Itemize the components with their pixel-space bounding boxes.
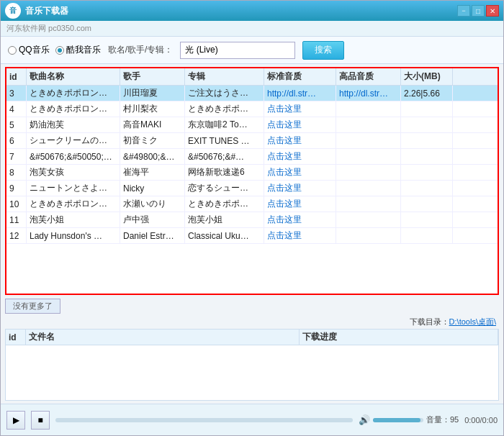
search-label: 歌名/歌手/专辑： xyxy=(108,44,174,56)
download-dir-bar: 下载目录： D:\tools\桌面\ xyxy=(1,315,503,329)
table-cell[interactable]: 点击这里 xyxy=(264,149,336,164)
radio-kuwo-circle xyxy=(55,46,64,55)
table-row[interactable]: 9ニュートンとさよ…Nicky恋するシュー…点击这里 xyxy=(6,181,498,196)
table-cell: ご注文はうさ… xyxy=(185,86,264,101)
table-row[interactable]: 11泡芙小姐卢中强泡芙小姐点击这里 xyxy=(6,212,498,228)
volume-icon: 🔊 xyxy=(359,414,370,425)
table-cell xyxy=(336,212,401,227)
table-cell: 泡芙小姐 xyxy=(27,212,120,227)
watermark-bar: 河东软件网 pc0350.com xyxy=(1,21,503,37)
table-cell: ときめきポポ… xyxy=(185,196,264,212)
table-cell[interactable]: 点击这里 xyxy=(264,228,336,243)
download-dir-label: 下载目录： xyxy=(410,317,449,327)
table-cell[interactable]: http://dl.str… xyxy=(264,86,336,101)
table-cell: 泡芙女孩 xyxy=(27,165,120,180)
table-cell: &#50676;&#50050;… xyxy=(27,149,120,164)
table-cell xyxy=(336,101,401,117)
table-row[interactable]: 8泡芙女孩崔海平网络新歌速递6点击这里 xyxy=(6,165,498,181)
table-cell: 6 xyxy=(6,133,27,148)
table-cell: 4 xyxy=(6,101,27,117)
radio-qq[interactable]: QQ音乐 xyxy=(8,44,50,56)
table-cell: Nicky xyxy=(120,181,185,196)
table-cell: ニュートンとさよ… xyxy=(27,181,120,196)
radio-kuwo[interactable]: 酷我音乐 xyxy=(55,44,101,56)
table-row[interactable]: 10ときめきポポロン…水瀬いのりときめきポポ…点击这里 xyxy=(6,196,498,212)
minimize-button[interactable]: － xyxy=(457,5,470,17)
table-cell: 9 xyxy=(6,181,27,196)
more-button[interactable]: 没有更多了 xyxy=(5,299,60,314)
main-window: 音 音乐下载器 － □ ✕ 河东软件网 pc0350.com QQ音乐 酷我音乐… xyxy=(0,0,504,436)
table-cell[interactable]: 点击这里 xyxy=(264,117,336,132)
table-cell xyxy=(336,181,401,196)
window-title: 音乐下载器 xyxy=(25,5,68,17)
table-cell: 川田瑠夏 xyxy=(120,86,185,101)
table-cell xyxy=(401,228,453,243)
table-cell xyxy=(401,101,453,117)
download-dir-path[interactable]: D:\tools\桌面\ xyxy=(449,317,496,327)
play-icon: ▶ xyxy=(13,415,19,425)
table-cell: ときめきポポロン… xyxy=(27,86,120,101)
table-cell: 2.26|5.66 xyxy=(401,86,453,101)
table-header: id 歌曲名称 歌手 专辑 标准音质 高品音质 大小(MB) xyxy=(6,68,498,86)
table-cell: 7 xyxy=(6,149,27,164)
table-cell[interactable]: 点击这里 xyxy=(264,101,336,117)
volume-label: 音量：95 xyxy=(426,414,459,425)
table-cell: ときめきポポ… xyxy=(185,101,264,117)
table-cell xyxy=(336,196,401,212)
table-cell[interactable]: 点击这里 xyxy=(264,133,336,148)
dth-filename: 文件名 xyxy=(26,330,300,345)
table-cell xyxy=(401,212,453,227)
table-cell[interactable]: 点击这里 xyxy=(264,181,336,196)
table-body: 3ときめきポポロン…川田瑠夏ご注文はうさ…http://dl.str…http:… xyxy=(6,86,498,294)
table-cell[interactable]: 点击这里 xyxy=(264,165,336,180)
download-section: id 文件名 下载进度 xyxy=(5,329,499,401)
table-cell: 卢中强 xyxy=(120,212,185,227)
table-cell xyxy=(401,165,453,180)
results-table-section: id 歌曲名称 歌手 专辑 标准音质 高品音质 大小(MB) 3ときめきポポロン… xyxy=(5,67,499,295)
th-artist: 歌手 xyxy=(120,68,185,85)
table-cell: 12 xyxy=(6,228,27,243)
table-row[interactable]: 3ときめきポポロン…川田瑠夏ご注文はうさ…http://dl.str…http:… xyxy=(6,86,498,101)
download-body xyxy=(6,345,498,400)
table-cell: シュークリームの… xyxy=(27,133,120,148)
more-btn-bar: 没有更多了 xyxy=(1,296,503,315)
table-cell: 水瀬いのり xyxy=(120,196,185,212)
volume-label-text: 音量： xyxy=(426,415,450,424)
table-cell[interactable]: 点击这里 xyxy=(264,196,336,212)
table-cell: EXIT TUNES … xyxy=(185,133,264,148)
th-id: id xyxy=(6,68,27,85)
table-row[interactable]: 7&#50676;&#50050;…&#49800;&…&#50676;&#…点… xyxy=(6,149,498,165)
table-cell: ときめきポポロン… xyxy=(27,196,120,212)
table-cell: 崔海平 xyxy=(120,165,185,180)
table-cell: 泡芙小姐 xyxy=(185,212,264,227)
close-button[interactable]: ✕ xyxy=(486,5,499,17)
play-button[interactable]: ▶ xyxy=(6,411,25,430)
radio-qq-label: QQ音乐 xyxy=(19,44,50,56)
radio-group: QQ音乐 酷我音乐 xyxy=(8,44,101,56)
stop-button[interactable]: ■ xyxy=(31,411,50,430)
table-row[interactable]: 12Lady Hunsdon's …Daniel Estr…Classical … xyxy=(6,228,498,244)
stop-icon: ■ xyxy=(37,415,42,425)
table-row[interactable]: 4ときめきポポロン…村川梨衣ときめきポポ…点击这里 xyxy=(6,101,498,117)
table-cell: 5 xyxy=(6,117,27,132)
table-row[interactable]: 5奶油泡芙高音MAKI东京咖啡2 To…点击这里 xyxy=(6,117,498,133)
table-cell xyxy=(336,117,401,132)
progress-track[interactable] xyxy=(55,418,353,422)
table-cell: 11 xyxy=(6,212,27,227)
table-cell xyxy=(401,117,453,132)
table-cell: &#49800;&… xyxy=(120,149,185,164)
th-name: 歌曲名称 xyxy=(27,68,120,85)
table-row[interactable]: 6シュークリームの…初音ミクEXIT TUNES …点击这里 xyxy=(6,133,498,149)
search-button[interactable]: 搜索 xyxy=(302,41,344,60)
table-cell[interactable]: 点击这里 xyxy=(264,212,336,227)
title-bar-left: 音 音乐下载器 xyxy=(5,3,68,19)
volume-area: 🔊 音量：95 xyxy=(359,414,459,425)
search-input[interactable] xyxy=(180,42,295,59)
table-cell[interactable]: http://dl.str… xyxy=(336,86,401,101)
table-cell xyxy=(401,149,453,164)
volume-track[interactable] xyxy=(373,418,423,422)
download-header: id 文件名 下载进度 xyxy=(6,330,498,345)
table-cell: 高音MAKI xyxy=(120,117,185,132)
maximize-button[interactable]: □ xyxy=(472,5,485,17)
radio-kuwo-label: 酷我音乐 xyxy=(66,44,101,56)
